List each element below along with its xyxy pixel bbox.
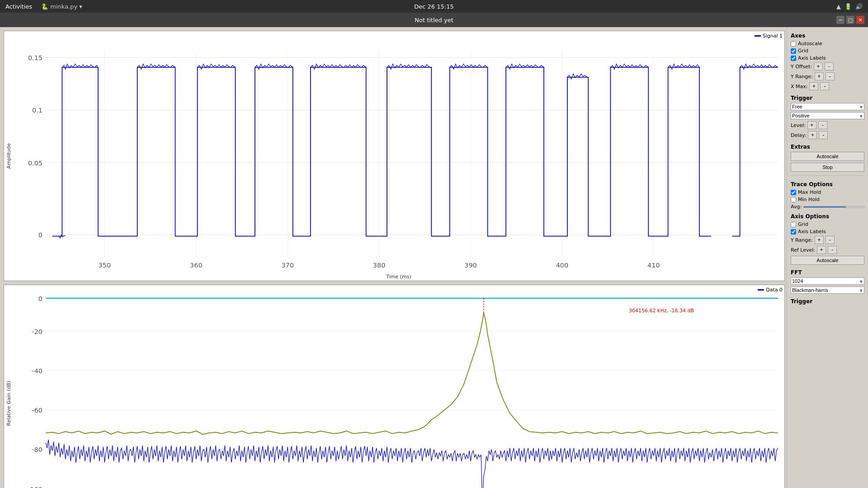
axis-labels2-row: Axis Labels [791,229,864,235]
y-offset-row: Y Offset: + - [791,62,864,70]
autoscale-label: Autoscale [798,41,822,47]
charts-area: Amplitude 0.15 0.1 0.05 0 [0,27,787,488]
bottom-y-axis-label: Relative Gain (dB) [4,285,13,488]
y-range2-plus[interactable]: + [815,236,824,244]
bottom-signal-legend: Data 0 [758,287,783,293]
extras-section-title: Extras [791,144,864,150]
min-hold-row: Min Hold [791,197,864,202]
max-hold-checkbox[interactable] [791,190,796,195]
avg-label: Avg: [791,204,802,210]
top-chart-content[interactable]: 0.15 0.1 0.05 0 350 360 370 380 390 400 … [13,31,784,281]
level-minus[interactable]: - [818,121,827,129]
y-range-label: Y Range: [791,74,813,80]
avg-row: Avg: [791,204,864,210]
svg-text:-60: -60 [32,407,42,414]
fft-size-select[interactable]: 256 512 1024 2048 4096 [791,277,864,285]
axis-options-title: Axis Options [791,213,864,220]
fft-size-wrapper[interactable]: 256 512 1024 2048 4096 [791,277,864,286]
avg-slider[interactable] [803,206,864,208]
svg-text:410: 410 [647,262,660,269]
x-max-label: X Max: [791,84,807,89]
top-legend-label: Signal 1 [763,33,783,39]
x-max-minus[interactable]: - [820,82,829,90]
autoscale2-button[interactable]: Autoscale [791,256,864,265]
axes-section-title: Axes [791,33,864,39]
svg-text:400: 400 [556,262,569,269]
svg-text:380: 380 [373,262,386,269]
y-range-minus[interactable]: - [826,72,835,80]
level-label: Level: [791,122,806,128]
delay-row: Delay: + - [791,131,864,139]
bottom-chart-panel: Relative Gain (dB) [4,285,785,488]
minimize-button[interactable]: ─ [836,16,844,24]
y-offset-minus[interactable]: - [825,62,834,70]
chart-annotation: 304156.62 kHz, -16.34 dB [629,308,694,314]
grid-checkbox[interactable] [791,48,796,54]
ref-level-plus[interactable]: + [817,246,826,254]
svg-text:-100: -100 [28,486,42,488]
min-hold-checkbox[interactable] [791,197,796,202]
ref-level-minus[interactable]: - [828,246,837,254]
axis-labels2-checkbox[interactable] [791,229,796,235]
svg-text:350: 350 [99,262,111,269]
level-plus[interactable]: + [807,121,816,129]
svg-text:0: 0 [38,295,42,302]
fft-section-title: FFT [791,269,864,276]
trigger-mode-select[interactable]: Free Auto Normal [791,103,864,110]
app-icon: 🐍 [41,3,48,10]
delay-minus[interactable]: - [819,131,828,139]
ref-level-label: Ref Level: [791,247,815,253]
autoscale-checkbox[interactable] [791,41,796,47]
autoscale-button[interactable]: Autoscale [791,152,864,161]
delay-plus[interactable]: + [808,131,817,139]
svg-text:0: 0 [38,231,42,239]
svg-text:0.05: 0.05 [28,160,42,167]
svg-text:-80: -80 [32,446,42,454]
fft-window-wrapper[interactable]: Blackman-harris Hamming Hanning Rectangu… [791,286,864,295]
svg-rect-0 [13,31,784,281]
svg-text:-40: -40 [32,367,42,375]
level-row: Level: + - [791,121,864,129]
y-range-plus[interactable]: + [815,72,824,80]
grid2-row: Grid [791,221,864,227]
topbar: Activities 🐍 minka.py ▾ Dec 26 15:15 ▲ 🔋… [0,0,868,13]
activities-label[interactable]: Activities [5,3,32,10]
grid-row: Grid [791,48,864,54]
window-title: Not titled yet [415,17,453,23]
battery-icon: 🔋 [844,3,852,10]
sys-icons: ▲ 🔋 🔊 [836,3,863,10]
delay-label: Delay: [791,132,806,138]
trigger-mode-wrapper[interactable]: Free Auto Normal [791,103,864,111]
y-offset-plus[interactable]: + [814,62,823,70]
grid2-checkbox[interactable] [791,222,796,227]
app-name[interactable]: 🐍 minka.py ▾ [41,3,82,10]
maximize-button[interactable]: □ [846,16,854,24]
stop-button[interactable]: Stop [791,163,864,172]
bottom-legend-label: Data 0 [766,287,783,293]
svg-text:0.1: 0.1 [32,107,42,114]
y-range2-minus[interactable]: - [826,236,835,244]
max-hold-label: Max Hold [798,189,821,195]
sound-icon: 🔊 [855,3,863,10]
bottom-chart-svg: 0 -20 -40 -60 -80 -100 [13,285,784,488]
top-y-axis-label: Amplitude [4,31,13,281]
panel-divider [791,175,864,176]
axis-labels2-label: Axis Labels [798,229,826,235]
ref-level-row: Ref Level: + - [791,246,864,254]
top-signal-legend: Signal 1 [755,33,783,39]
svg-text:370: 370 [281,262,294,269]
axis-labels-checkbox[interactable] [791,56,796,61]
wifi-icon: ▲ [836,3,841,10]
bottom-legend-color [758,289,764,291]
trigger-edge-wrapper[interactable]: Positive Negative [791,112,864,120]
chevron-down-icon[interactable]: ▾ [79,3,82,10]
right-panel: Axes Autoscale Grid Axis Labels Y Offset… [787,27,868,488]
axis-labels-row: Axis Labels [791,55,864,61]
close-button[interactable]: ✕ [856,16,864,24]
trace-options-title: Trace Options [791,181,864,188]
x-max-plus[interactable]: + [809,82,818,90]
trigger-edge-select[interactable]: Positive Negative [791,112,864,119]
max-hold-row: Max Hold [791,189,864,195]
bottom-chart-content[interactable]: 0 -20 -40 -60 -80 -100 304156.62 kH [13,285,784,488]
fft-window-select[interactable]: Blackman-harris Hamming Hanning Rectangu… [791,286,864,294]
